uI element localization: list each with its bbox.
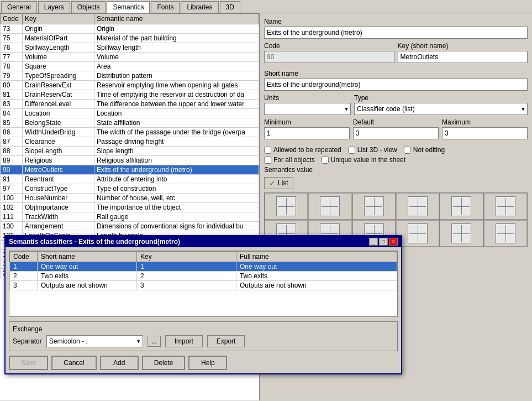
table-row[interactable]: 100 HouseNumber Number of house, well, e… (1, 194, 259, 203)
list3d-input[interactable] (348, 147, 355, 154)
cell-code: 90 (1, 165, 23, 175)
not-editing-checkbox[interactable]: Not editing (404, 146, 445, 154)
table-row[interactable]: 78 Square Area (1, 62, 259, 71)
cell-key: Arrangement (23, 222, 94, 231)
save-button[interactable]: Save (9, 356, 48, 370)
export-button[interactable]: Export (207, 335, 245, 347)
table-row[interactable]: 89 Religious Religious affiliation (1, 156, 259, 165)
grid-cell[interactable] (484, 193, 527, 220)
tab-3d[interactable]: 3D (220, 1, 240, 13)
grid-cell[interactable] (484, 220, 527, 247)
tab-semantics[interactable]: Semantics (107, 1, 150, 13)
grid-cell[interactable] (396, 193, 439, 220)
dialog-table-container[interactable]: Code Short name Key Full name 1 One way … (9, 251, 398, 317)
code-input[interactable] (264, 51, 394, 63)
cell-key: MaterialOfPart (23, 34, 94, 43)
col-key: Key (23, 14, 94, 24)
table-row[interactable]: 79 TypeOfSpreading Distribution pattern (1, 71, 259, 81)
unique-value-input[interactable] (322, 157, 329, 164)
maximize-button[interactable]: □ (379, 238, 388, 246)
table-row[interactable]: 83 DifferenceLevel The difference betwee… (1, 100, 259, 109)
table-row[interactable]: 97 ConstructType Type of construction (1, 184, 259, 194)
separator-select[interactable]: Semicolon - ; (46, 335, 143, 347)
cell-semantic: Dimensions of conventional signs for ind… (94, 222, 259, 231)
minimize-button[interactable]: _ (369, 238, 378, 246)
table-row[interactable]: 77 Volume Volume (1, 53, 259, 62)
table-row[interactable]: 75 MaterialOfPart Material of the part b… (1, 34, 259, 43)
for-all-objects-input[interactable] (264, 157, 271, 164)
grid-cell[interactable] (308, 193, 351, 220)
table-row[interactable]: 87 Clearance Passage driving height (1, 137, 259, 147)
default-input[interactable] (353, 127, 439, 139)
cell-code: 76 (1, 43, 23, 53)
type-select[interactable]: Classifier code (list) (354, 103, 528, 115)
cell-semantic: Attribute of entering into (94, 175, 259, 184)
table-row[interactable]: 85 BelongState State affiliation (1, 118, 259, 128)
table-row[interactable]: 88 SlopeLength Slope length (1, 147, 259, 156)
maximum-input[interactable] (442, 127, 528, 139)
name-label: Name (264, 18, 528, 25)
name-input[interactable] (264, 27, 528, 39)
key-input[interactable] (398, 51, 528, 63)
list3d-label: List 3D - view (357, 146, 397, 154)
list3d-checkbox[interactable]: List 3D - view (348, 146, 397, 154)
grid-cell[interactable] (396, 220, 439, 247)
tab-layers[interactable]: Layers (38, 1, 70, 13)
unique-value-label: Unique value in the sheet (331, 156, 405, 164)
close-button[interactable]: ✕ (389, 238, 398, 246)
table-row[interactable]: 80 DrainReservExt Reservoir emptying tim… (1, 81, 259, 90)
table-row[interactable]: 102 ObjImportance The importance of the … (1, 203, 259, 212)
grid-cell[interactable] (440, 193, 483, 220)
list-button[interactable]: ✓ List (264, 177, 293, 189)
short-name-input[interactable] (264, 79, 528, 91)
exchange-section: Exchange Separator Semicolon - ; ▼ ... I… (9, 321, 398, 351)
minimum-input[interactable] (264, 127, 350, 139)
grid-cell-inner (496, 223, 515, 243)
table-row[interactable]: 76 SpillwayLength Spillway length (1, 43, 259, 53)
cell-key: HouseNumber (23, 194, 94, 203)
cell-code: 83 (1, 100, 23, 109)
allowed-repeated-checkbox[interactable]: Allowed to be repeated (264, 146, 341, 154)
cell-code: 87 (1, 137, 23, 147)
table-row[interactable]: 81 DrainReservCat Time of emptying the r… (1, 90, 259, 100)
cell-code: 80 (1, 81, 23, 90)
checkbox-row-1: Allowed to be repeated List 3D - view No… (264, 146, 528, 154)
allowed-repeated-input[interactable] (264, 147, 271, 154)
dialog-table-row[interactable]: 3 Outputs are not shown 3 Outputs are no… (10, 281, 397, 290)
delete-button[interactable]: Delete (142, 356, 186, 370)
cross-pattern (409, 198, 426, 215)
cell-semantic: Rail gauge (94, 212, 259, 222)
units-select[interactable] (264, 103, 351, 115)
cell-key: WidthUnderBridg (23, 128, 94, 137)
table-row[interactable]: 84 Location Location (1, 109, 259, 118)
add-button[interactable]: Add (100, 356, 139, 370)
col-code: Code (1, 14, 23, 24)
help-button[interactable]: Help (188, 356, 227, 370)
table-row[interactable]: 91 Reentrant Attribute of entering into (1, 175, 259, 184)
import-button[interactable]: Import (165, 335, 203, 347)
tab-fonts[interactable]: Fonts (151, 1, 180, 13)
for-all-objects-checkbox[interactable]: For all objects (264, 156, 315, 164)
cell-key: TrackWidth (23, 212, 94, 222)
dcell-full-name: Two exits (236, 272, 397, 281)
dialog-col-key: Key (137, 252, 236, 262)
table-row[interactable]: 90 MetroOutlets Exits of the underground… (1, 165, 259, 175)
table-row[interactable]: 111 TrackWidth Rail gauge (1, 212, 259, 222)
tab-libraries[interactable]: Libraries (181, 1, 218, 13)
browse-button[interactable]: ... (148, 336, 161, 347)
grid-cell[interactable] (352, 193, 396, 220)
cell-semantic: The width of the passage under the bridg… (94, 128, 259, 137)
table-row[interactable]: 73 Origin Origin (1, 24, 259, 34)
tab-general[interactable]: General (1, 1, 37, 13)
grid-cell[interactable] (440, 220, 483, 247)
dialog-table-row[interactable]: 2 Two exits 2 Two exits (10, 272, 397, 281)
cancel-button[interactable]: Cancel (51, 356, 96, 370)
table-row[interactable]: 130 Arrangement Dimensions of convention… (1, 222, 259, 231)
grid-cell[interactable] (265, 193, 308, 220)
cross-pattern (497, 198, 514, 215)
not-editing-input[interactable] (404, 147, 411, 154)
table-row[interactable]: 86 WidthUnderBridg The width of the pass… (1, 128, 259, 137)
unique-value-checkbox[interactable]: Unique value in the sheet (322, 156, 405, 164)
tab-objects[interactable]: Objects (71, 1, 106, 13)
dialog-table-row[interactable]: 1 One way out 1 One way out (10, 262, 397, 272)
